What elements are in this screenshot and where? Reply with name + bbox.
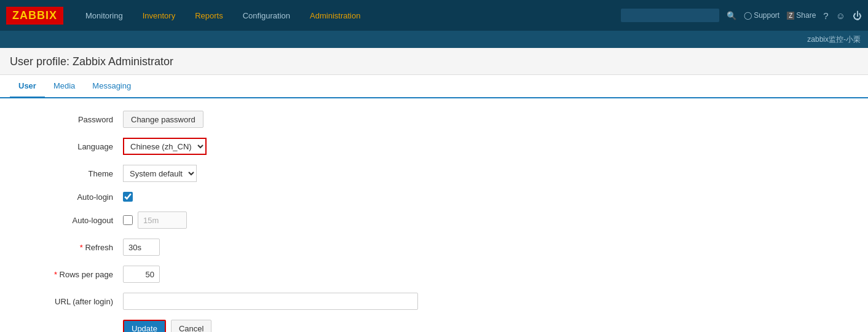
nav-item-configuration[interactable]: Configuration (233, 0, 300, 31)
language-select[interactable]: Chinese (zh_CN) English (en_GB) System d… (123, 138, 207, 155)
autologout-input[interactable] (138, 211, 187, 229)
tab-user[interactable]: User (10, 75, 45, 98)
refresh-row: Refresh 30s (0, 239, 868, 256)
cancel-button[interactable]: Cancel (171, 320, 211, 332)
tab-media[interactable]: Media (45, 75, 84, 98)
page-content: User profile: Zabbix Administrator User … (0, 48, 868, 332)
share-label: Share (796, 11, 816, 20)
form-buttons-row: Update Cancel (0, 320, 868, 332)
nav-item-monitoring[interactable]: Monitoring (76, 0, 133, 31)
page-title: User profile: Zabbix Administrator (0, 48, 868, 75)
support-label: Support (754, 11, 779, 20)
theme-select[interactable]: System default Blue Dark (123, 165, 197, 182)
autologout-label: Auto-logout (12, 216, 123, 225)
autologout-checkbox[interactable] (123, 215, 133, 225)
autologin-checkbox[interactable] (123, 192, 133, 202)
language-select-wrapper: Chinese (zh_CN) English (en_GB) System d… (123, 138, 207, 155)
user-display: zabbix监控-小栗 (807, 34, 861, 45)
language-row: Language Chinese (zh_CN) English (en_GB)… (0, 138, 868, 155)
logout-icon[interactable]: ⏻ (853, 10, 862, 21)
user-icon[interactable]: ☺ (836, 10, 845, 21)
tab-messaging[interactable]: Messaging (84, 75, 140, 98)
zabbix-logo: ZABBIX (6, 7, 63, 25)
autologout-row: Auto-logout (0, 211, 868, 229)
help-icon[interactable]: ? (823, 10, 828, 21)
user-profile-form: Password Change password Language Chines… (0, 98, 868, 332)
support-icon: ◯ (744, 11, 752, 20)
update-button[interactable]: Update (123, 320, 166, 332)
support-link[interactable]: ◯ Support (744, 11, 779, 20)
refresh-input[interactable]: 30s (123, 239, 160, 256)
form-buttons: Update Cancel (123, 320, 211, 332)
rows-per-page-input[interactable]: 50 (123, 266, 160, 283)
password-row: Password Change password (0, 111, 868, 128)
top-navigation: ZABBIX Monitoring Inventory Reports Conf… (0, 0, 868, 31)
logo-text: ZABBIX (12, 9, 57, 22)
tab-bar: User Media Messaging (0, 75, 868, 98)
theme-label: Theme (12, 169, 123, 178)
secondary-bar: zabbix监控-小栗 (0, 31, 868, 48)
change-password-button[interactable]: Change password (123, 111, 203, 128)
search-input[interactable] (621, 9, 719, 22)
nav-item-administration[interactable]: Administration (300, 0, 370, 31)
rows-per-page-label: Rows per page (12, 270, 123, 279)
url-input[interactable] (123, 293, 418, 310)
password-label: Password (12, 115, 123, 124)
theme-row: Theme System default Blue Dark (0, 165, 868, 182)
autologout-controls (123, 211, 187, 229)
search-icon[interactable]: 🔍 (727, 11, 736, 20)
autologin-row: Auto-login (0, 192, 868, 202)
url-row: URL (after login) (0, 293, 868, 310)
nav-links: Monitoring Inventory Reports Configurati… (76, 0, 621, 31)
refresh-label: Refresh (12, 243, 123, 252)
nav-item-inventory[interactable]: Inventory (133, 0, 185, 31)
url-label: URL (after login) (12, 297, 123, 306)
share-link[interactable]: Z Share (787, 11, 816, 20)
autologin-label: Auto-login (12, 192, 123, 202)
rows-per-page-row: Rows per page 50 (0, 266, 868, 283)
share-icon: Z (787, 12, 794, 20)
nav-item-reports[interactable]: Reports (185, 0, 233, 31)
nav-right: 🔍 ◯ Support Z Share ? ☺ ⏻ (621, 9, 862, 22)
language-label: Language (12, 142, 123, 151)
